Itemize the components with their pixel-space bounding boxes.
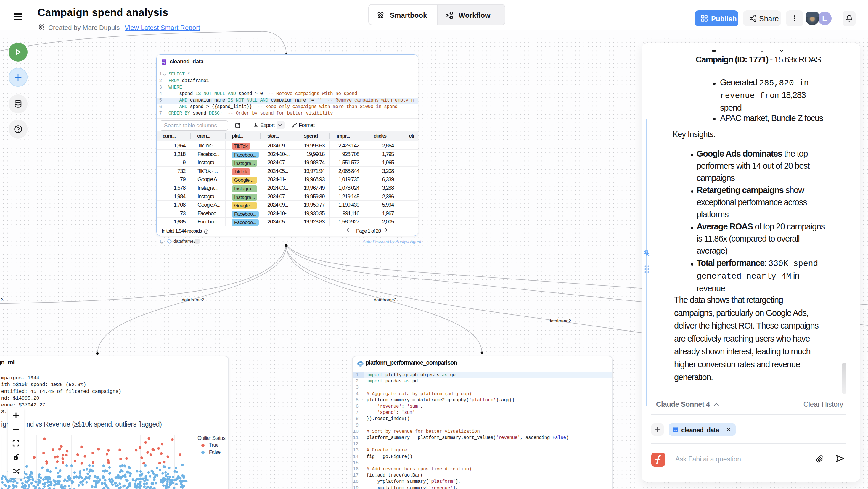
svg-text:SQL: SQL bbox=[162, 62, 166, 64]
svg-text:SQL: SQL bbox=[674, 429, 678, 431]
